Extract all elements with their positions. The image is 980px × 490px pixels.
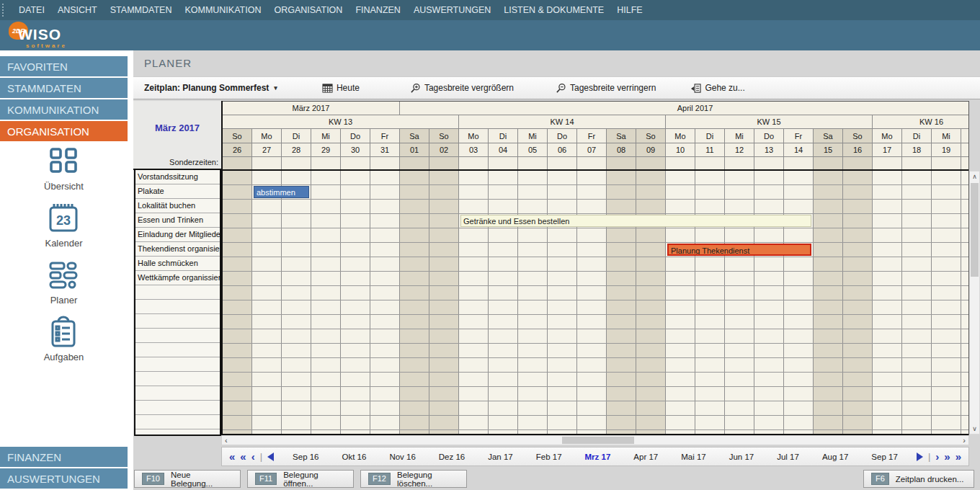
special-time-cell [370, 157, 400, 169]
date-cell: 11 [695, 143, 725, 157]
sidebar-item-kalender[interactable]: 23Kalender [45, 201, 82, 249]
sidebar-sections-bottom: FINANZENAUSWERTUNGEN [0, 447, 128, 490]
date-cell: 07 [577, 143, 607, 157]
toolbar-button-calendar-grid[interactable]: Heute [322, 83, 360, 94]
date-cell: 12 [725, 143, 754, 157]
wiso-logo: 2DF WISO software [6, 21, 92, 50]
month-nav-jul-17[interactable]: Jul 17 [777, 453, 799, 461]
date-cell: 27 [252, 143, 282, 157]
jump-far-forward-icon[interactable]: » [956, 451, 961, 462]
scroll-left-icon[interactable]: ‹ [225, 436, 228, 445]
sidebar-section-organisation[interactable]: ORGANISATION [0, 121, 128, 141]
month-nav-nov-16[interactable]: Nov 16 [389, 453, 415, 461]
dayname-cell: So [223, 129, 252, 143]
task-row-empty [135, 285, 220, 300]
schedule-selector[interactable]: Zeitplan: Planung Sommerfest ▾ [144, 83, 277, 93]
date-cell: 29 [311, 143, 341, 157]
menu-item-organisation[interactable]: ORGANISATION [267, 5, 349, 15]
fkey-badge: F12 [368, 473, 391, 485]
toolbar-button-zoom-in[interactable]: Tagesbreite vergrößern [410, 83, 514, 94]
month-nav-sep-16[interactable]: Sep 16 [293, 453, 318, 461]
month-nav-mai-17[interactable]: Mai 17 [681, 453, 706, 461]
button-f10[interactable]: F10Neue Belegung... [134, 470, 241, 488]
dayname-cell: Do [961, 129, 968, 143]
button-f11[interactable]: F11Belegung öffnen... [247, 470, 354, 488]
sidebar-section-finanzen[interactable]: FINANZEN [0, 447, 128, 467]
toolbar-button-label: Tagesbreite verringern [570, 83, 656, 93]
schedule-bar-planung-thekendienst[interactable]: Planung Thekendienst [667, 244, 811, 256]
month-nav-aug-17[interactable]: Aug 17 [822, 453, 848, 461]
button-f6[interactable]: F6Zeitplan drucken... [863, 470, 974, 488]
scroll-up-icon[interactable]: ∧ [970, 173, 979, 180]
menu-item-finanzen[interactable]: FINANZEN [349, 5, 407, 15]
button-f12[interactable]: F12Belegung löschen... [360, 470, 467, 488]
menu-item-stammdaten[interactable]: STAMMDATEN [104, 5, 179, 15]
menu-item-datei[interactable]: DATEI [12, 5, 51, 15]
special-time-cell [429, 157, 459, 169]
toolbar-buttons: HeuteTagesbreite vergrößernTagesbreite v… [277, 83, 980, 94]
vertical-scrollbar[interactable]: ∧ ∨ [969, 171, 980, 435]
sidebar-item-planer[interactable]: Planer [47, 258, 81, 306]
vertical-scroll-thumb[interactable] [971, 183, 979, 277]
horizontal-scrollbar[interactable]: ‹ › [221, 435, 969, 445]
month-nav-dez-16[interactable]: Dez 16 [439, 453, 465, 461]
sidebar-item-ubersicht[interactable]: Übersicht [44, 144, 84, 192]
timeline-body[interactable]: abstimmenGetränke und Essen bestellenPla… [223, 171, 968, 435]
month-nav-sep-17[interactable]: Sep 17 [871, 453, 897, 461]
sidebar-section-auswertungen[interactable]: AUSWERTUNGEN [0, 468, 128, 489]
fkey-badge: F10 [142, 473, 164, 485]
month-nav-jun-17[interactable]: Jun 17 [729, 453, 754, 461]
schedule-bar-abstimmen[interactable]: abstimmen [254, 186, 309, 198]
special-time-cell [695, 157, 725, 169]
dayname-cell: Mo [252, 129, 282, 143]
next-month-icon[interactable] [917, 453, 923, 461]
sidebar-nav: Übersicht23KalenderPlanerAufgaben [0, 144, 128, 372]
date-cell: 02 [429, 143, 459, 157]
sidebar-item-aufgaben[interactable]: Aufgaben [44, 315, 84, 362]
jump-back-icon[interactable]: « [240, 451, 246, 462]
special-time-cell [902, 157, 932, 169]
month-nav-jan-17[interactable]: Jan 17 [488, 453, 513, 461]
week-cell: KW 16 [873, 115, 968, 129]
sidebar-section-favoriten[interactable]: FAVORITEN [0, 56, 128, 76]
special-time-cell [459, 157, 489, 169]
zoom-in-icon [410, 83, 421, 94]
menu-item-auswertungen[interactable]: AUSWERTUNGEN [407, 5, 497, 15]
sidebar-section-kommunikation[interactable]: KOMMUNIKATION [0, 99, 128, 120]
dayname-cell: Fr [784, 129, 814, 143]
schedule-bar-getr-nke-und-essen-bestellen[interactable]: Getränke und Essen bestellen [460, 215, 811, 227]
planner-corner: März 2017 Sonderzeiten: [133, 101, 221, 170]
toolbar-button-zoom-out[interactable]: Tagesbreite verringern [556, 83, 656, 94]
horizontal-scroll-thumb[interactable] [562, 437, 634, 444]
scroll-right-icon[interactable]: › [963, 436, 966, 445]
month-nav-mrz-17[interactable]: Mrz 17 [585, 453, 611, 461]
step-back-icon[interactable]: ‹ [251, 451, 255, 462]
jump-forward-icon[interactable]: » [944, 451, 950, 462]
jump-far-back-icon[interactable]: « [229, 451, 235, 462]
special-time-cell [843, 157, 873, 169]
menu-item-hilfe[interactable]: HILFE [610, 5, 649, 15]
date-cell: 06 [548, 143, 577, 157]
dayname-cell: Do [341, 129, 370, 143]
scroll-down-icon[interactable]: ∨ [970, 425, 979, 432]
date-cell: 05 [518, 143, 548, 157]
special-time-cell [577, 157, 607, 169]
task-row-empty [135, 386, 220, 401]
special-time-cell [282, 157, 311, 169]
goto-icon [690, 83, 701, 94]
toolbar-button-goto[interactable]: Gehe zu... [690, 83, 744, 94]
menu-item-ansicht[interactable]: ANSICHT [51, 5, 104, 15]
menu-item-listen-dokumente[interactable]: LISTEN & DOKUMENTE [497, 5, 610, 15]
task-row-empty [135, 314, 220, 329]
month-nav-okt-16[interactable]: Okt 16 [342, 453, 367, 461]
zoom-out-icon [556, 83, 566, 94]
sidebar-section-stammdaten[interactable]: STAMMDATEN [0, 78, 128, 98]
month-nav-feb-17[interactable]: Feb 17 [536, 453, 562, 461]
month-nav-apr-17[interactable]: Apr 17 [633, 453, 658, 461]
menu-item-kommunikation[interactable]: KOMMUNIKATION [178, 5, 267, 15]
step-forward-icon[interactable]: › [935, 451, 939, 462]
special-times-label: Sonderzeiten: [169, 158, 218, 166]
prev-month-icon[interactable] [267, 453, 274, 461]
separator: | [928, 451, 930, 462]
month-nav-months: Sep 16Okt 16Nov 16Dez 16Jan 17Feb 17Mrz … [281, 453, 909, 461]
